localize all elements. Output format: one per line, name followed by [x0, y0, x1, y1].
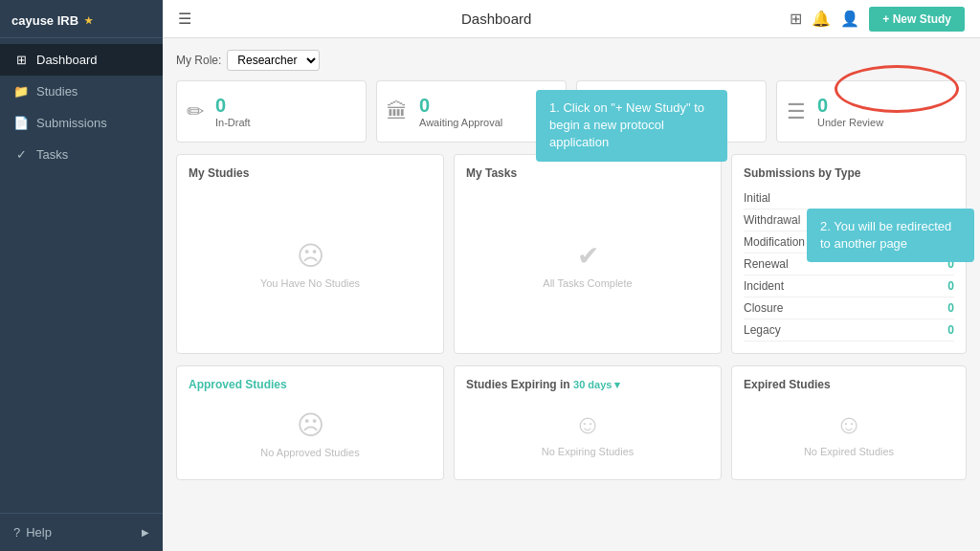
panel-expired-studies: Expired Studies ☺ No Expired Studies: [731, 365, 967, 480]
list-item: Legacy 0: [744, 320, 954, 342]
hamburger-icon[interactable]: ☰: [178, 10, 191, 28]
sidebar-item-studies[interactable]: 📁 Studies: [0, 76, 163, 107]
sidebar-item-label: Tasks: [36, 147, 68, 162]
callout-2-text: 2. You will be redirected to another pag…: [820, 219, 951, 251]
sad-face-icon-approved: ☹: [297, 409, 324, 441]
sub-label: Modification: [744, 235, 805, 249]
approved-title-text: Approved Studies: [189, 378, 287, 391]
sidebar-item-submissions[interactable]: 📄 Submissions: [0, 107, 163, 139]
happy-face-icon-expiring: ☺: [574, 409, 602, 440]
list-item: Closure 0: [744, 298, 954, 320]
logo-text: cayuse IRB: [11, 13, 78, 28]
sidebar: cayuse IRB ★ ⊞ Dashboard 📁 Studies 📄 Sub…: [0, 0, 163, 551]
sub-count: 0: [947, 301, 954, 315]
grid-icon[interactable]: ⊞: [790, 10, 802, 28]
sub-count: 0: [947, 323, 954, 337]
expired-title: Expired Studies: [744, 378, 954, 391]
indraft-icon: ✏: [187, 99, 204, 124]
role-bar: My Role: Researcher: [176, 50, 967, 71]
panels-row-bottom: Approved Studies ☹ No Approved Studies S…: [176, 365, 967, 480]
callout-1: 1. Click on "+ New Study" to begin a new…: [536, 90, 727, 162]
happy-face-icon-expired: ☺: [835, 409, 863, 440]
my-studies-empty: You Have No Studies: [260, 277, 360, 289]
my-studies-title: My Studies: [189, 166, 432, 180]
role-label: My Role:: [176, 54, 221, 67]
logo-star: ★: [84, 15, 93, 26]
panel-my-tasks: My Tasks ✔ All Tasks Complete: [454, 154, 722, 354]
expired-empty: No Expired Studies: [804, 446, 894, 457]
indraft-info: 0 In-Draft: [215, 95, 251, 128]
help-icon: ?: [13, 525, 20, 540]
indraft-label: In-Draft: [215, 117, 251, 128]
status-card-indraft: ✏ 0 In-Draft: [176, 80, 367, 143]
underreview-label: Under Review: [817, 117, 883, 128]
new-study-button[interactable]: + New Study: [869, 7, 965, 32]
list-item: Initial: [744, 187, 954, 209]
sidebar-help[interactable]: ? Help ▶: [0, 513, 163, 551]
topbar-actions: ⊞ 🔔 👤 + New Study: [790, 7, 965, 32]
sub-label: Withdrawal: [744, 213, 800, 227]
underreview-info: 0 Under Review: [817, 95, 883, 128]
indraft-count: 0: [215, 95, 226, 117]
expiring-days-dropdown[interactable]: 30 days ▾: [573, 379, 620, 390]
role-select[interactable]: Researcher: [227, 50, 320, 71]
awaiting-count: 0: [419, 95, 430, 117]
sub-label: Legacy: [744, 323, 781, 337]
sidebar-item-label: Submissions: [36, 116, 107, 130]
callout-2: 2. You will be redirected to another pag…: [807, 209, 974, 262]
my-tasks-title: My Tasks: [466, 166, 709, 180]
panel-my-studies: My Studies ☹ You Have No Studies: [176, 154, 444, 354]
page-title: Dashboard: [203, 11, 790, 27]
panel-approved-studies: Approved Studies ☹ No Approved Studies: [176, 365, 444, 480]
app-logo: cayuse IRB ★: [0, 0, 163, 38]
help-arrow-icon: ▶: [142, 527, 149, 538]
awaiting-info: 0 Awaiting Approval: [419, 95, 502, 128]
sub-label: Incident: [744, 279, 784, 293]
main-content: ☰ Dashboard ⊞ 🔔 👤 + New Study 1. Click o…: [163, 0, 980, 551]
sidebar-item-tasks[interactable]: ✓ Tasks: [0, 139, 163, 170]
approved-empty: No Approved Studies: [260, 447, 359, 458]
awaiting-icon: 🏛: [387, 99, 408, 124]
submissions-type-title: Submissions by Type: [744, 166, 954, 180]
sidebar-item-dashboard[interactable]: ⊞ Dashboard: [0, 44, 163, 76]
expiring-body: ☺ No Expiring Studies: [466, 399, 709, 468]
list-item: Incident 0: [744, 276, 954, 298]
callout-1-text: 1. Click on "+ New Study" to begin a new…: [549, 100, 704, 149]
checkmark-icon: ✔: [577, 240, 599, 272]
sidebar-nav: ⊞ Dashboard 📁 Studies 📄 Submissions ✓ Ta…: [0, 38, 163, 513]
my-tasks-body: ✔ All Tasks Complete: [466, 187, 709, 342]
underreview-icon: ☰: [787, 99, 806, 124]
sub-label: Initial: [744, 191, 770, 205]
tasks-icon: ✓: [13, 147, 29, 162]
sub-count: 0: [947, 279, 954, 293]
submissions-icon: 📄: [13, 116, 29, 130]
panel-expiring-studies: Studies Expiring in 30 days ▾ ☺ No Expir…: [454, 365, 722, 480]
my-studies-body: ☹ You Have No Studies: [189, 187, 432, 342]
sad-face-icon: ☹: [297, 240, 324, 272]
expired-body: ☺ No Expired Studies: [744, 399, 954, 468]
underreview-count: 0: [817, 95, 828, 117]
dashboard-icon: ⊞: [13, 53, 29, 67]
expiring-title: Studies Expiring in 30 days ▾: [466, 378, 709, 391]
my-tasks-empty: All Tasks Complete: [543, 277, 632, 289]
sidebar-item-label: Studies: [36, 84, 78, 99]
expiring-title-text: Studies Expiring in: [466, 378, 570, 391]
content-area: 1. Click on "+ New Study" to begin a new…: [163, 38, 980, 551]
expiring-empty: No Expiring Studies: [542, 446, 635, 457]
approved-body: ☹ No Approved Studies: [189, 399, 432, 468]
awaiting-label: Awaiting Approval: [419, 117, 502, 128]
status-card-underreview: ☰ 0 Under Review: [776, 80, 967, 143]
help-label: Help: [26, 525, 52, 540]
sub-label: Closure: [744, 301, 783, 315]
approved-title: Approved Studies: [189, 378, 432, 391]
sub-label: Renewal: [744, 257, 789, 271]
bell-icon[interactable]: 🔔: [812, 10, 831, 28]
studies-icon: 📁: [13, 84, 29, 99]
topbar: ☰ Dashboard ⊞ 🔔 👤 + New Study: [163, 0, 980, 38]
sidebar-item-label: Dashboard: [36, 53, 98, 67]
user-icon[interactable]: 👤: [840, 10, 859, 28]
